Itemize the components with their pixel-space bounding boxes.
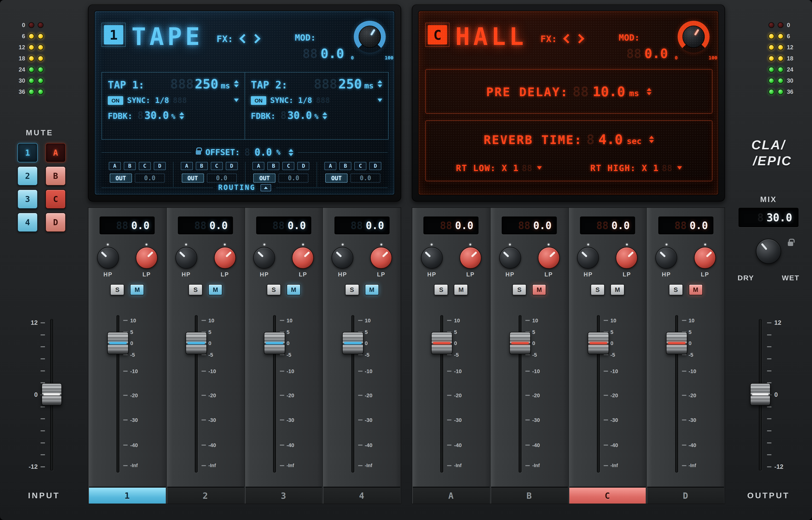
mute-button[interactable]: M (365, 284, 379, 295)
route-target-a[interactable]: A (181, 162, 192, 170)
tap2-fdbk-value[interactable]: 30.0 (288, 110, 312, 121)
mix-lock-icon[interactable] (788, 242, 793, 246)
channel-tab-c[interactable]: C (569, 487, 646, 503)
mod-value[interactable]: 0.0 (320, 46, 344, 61)
mod-knob-dial[interactable] (682, 26, 705, 48)
mod-knob[interactable]: 0 100 (347, 21, 392, 63)
tap1-time-value[interactable]: 250 (195, 76, 218, 92)
tap1-time-stepper[interactable] (234, 80, 239, 87)
hp-filter-knob[interactable] (655, 247, 677, 269)
channel-fader-handle[interactable] (509, 332, 531, 354)
lp-filter-knob[interactable] (460, 247, 481, 269)
route-target-d[interactable]: D (369, 162, 381, 170)
lp-filter-knob[interactable] (292, 247, 314, 269)
solo-button[interactable]: S (188, 284, 203, 295)
lp-filter-knob[interactable] (214, 247, 236, 269)
solo-button[interactable]: S (669, 284, 683, 295)
route-target-a[interactable]: A (324, 162, 336, 170)
channel-fader-handle[interactable] (186, 332, 207, 354)
mute-button-d[interactable]: D (46, 213, 66, 232)
channel-level-display[interactable]: 88 0.0 (580, 216, 635, 234)
route-target-d[interactable]: D (226, 162, 238, 170)
mute-button-1[interactable]: 1 (18, 143, 38, 162)
mute-button[interactable]: M (688, 284, 703, 295)
mute-button-c[interactable]: C (46, 189, 66, 209)
route-target-c[interactable]: C (354, 162, 366, 170)
tap2-sync-label[interactable]: SYNC: 1/8 (270, 96, 312, 105)
hp-filter-knob[interactable] (97, 247, 119, 269)
out-button[interactable]: OUT (325, 174, 347, 183)
channel-fader-handle[interactable] (108, 332, 129, 354)
reverb-letter-badge[interactable]: C (428, 25, 447, 45)
mute-button[interactable]: M (532, 284, 546, 295)
channel-level-display[interactable]: 88 0.0 (178, 216, 233, 234)
offset-value[interactable]: 0.0 (255, 147, 272, 158)
routing-collapse-button[interactable] (260, 184, 271, 191)
route-target-a[interactable]: A (109, 162, 121, 170)
route-target-b[interactable]: B (339, 162, 351, 170)
route-target-c[interactable]: C (210, 162, 222, 170)
channel-level-value[interactable]: 0.0 (209, 219, 228, 231)
channel-fader-handle[interactable] (431, 332, 453, 354)
tap2-sync-dropdown-icon[interactable] (377, 99, 382, 102)
mute-button-a[interactable]: A (46, 143, 66, 162)
solo-button[interactable]: S (434, 284, 448, 295)
out-button[interactable]: OUT (182, 174, 204, 183)
mute-button-3[interactable]: 3 (18, 189, 38, 209)
reverb-time-value[interactable]: 4.0 (598, 131, 623, 148)
mute-button[interactable]: M (287, 284, 300, 295)
mix-value[interactable]: 30.0 (766, 211, 792, 224)
channel-tab-3[interactable]: 3 (245, 487, 322, 503)
fx-prev-icon[interactable] (239, 33, 247, 44)
tap1-fdbk-value[interactable]: 30.0 (145, 110, 169, 121)
channel-fader-handle[interactable] (264, 332, 285, 354)
dry-wet-knob[interactable] (756, 239, 781, 264)
hp-filter-knob[interactable] (175, 247, 197, 269)
pre-delay-value[interactable]: 10.0 (593, 83, 625, 99)
channel-level-display[interactable]: 88 0.0 (502, 216, 557, 234)
out-level-value[interactable]: 0.0 (350, 174, 381, 183)
mod-value[interactable]: 0.0 (644, 46, 668, 61)
tap1-fdbk-stepper[interactable] (179, 112, 184, 119)
channel-level-value[interactable]: 0.0 (533, 219, 551, 231)
input-fader-handle[interactable] (42, 383, 62, 406)
mod-knob-dial[interactable] (359, 26, 381, 48)
channel-level-display[interactable]: 88 0.0 (256, 216, 311, 234)
channel-level-value[interactable]: 0.0 (131, 219, 150, 231)
rt-low-dropdown-icon[interactable] (537, 166, 542, 170)
out-button[interactable]: OUT (254, 174, 276, 183)
route-target-a[interactable]: A (253, 162, 265, 170)
rt-high-dropdown-icon[interactable] (677, 166, 682, 170)
channel-level-value[interactable]: 0.0 (455, 219, 473, 231)
rt-high-control[interactable]: RT HIGH: X 1 88 (590, 163, 682, 173)
solo-button[interactable]: S (345, 284, 359, 295)
tap2-sync-on-button[interactable]: ON (251, 96, 266, 105)
channel-fader-handle[interactable] (588, 332, 609, 354)
mute-button-b[interactable]: B (46, 166, 66, 186)
pre-delay-stepper[interactable] (647, 88, 652, 95)
channel-level-display[interactable]: 88 0.0 (334, 216, 389, 234)
channel-tab-2[interactable]: 2 (167, 487, 244, 503)
out-level-value[interactable]: 0.0 (279, 174, 309, 183)
tap1-sync-on-button[interactable]: ON (108, 96, 123, 105)
mod-value-display[interactable]: 88 0.0 (601, 46, 668, 61)
route-target-c[interactable]: C (139, 162, 151, 170)
lp-filter-knob[interactable] (694, 247, 716, 269)
hp-filter-knob[interactable] (332, 247, 353, 269)
out-button[interactable]: OUT (110, 174, 132, 183)
fx-prev-icon[interactable] (563, 33, 571, 44)
out-level-value[interactable]: 0.0 (207, 174, 237, 183)
rt-low-control[interactable]: RT LOW: X 1 88 (456, 163, 542, 173)
channel-fader-handle[interactable] (342, 332, 363, 354)
tap2-time-stepper[interactable] (377, 80, 382, 87)
mute-button[interactable]: M (610, 284, 625, 295)
fx-next-icon[interactable] (253, 33, 260, 44)
tap1-sync-dropdown-icon[interactable] (234, 99, 239, 102)
hp-filter-knob[interactable] (577, 247, 599, 269)
out-level-value[interactable]: 0.0 (135, 174, 165, 183)
lp-filter-knob[interactable] (370, 247, 392, 269)
mute-button-4[interactable]: 4 (18, 213, 38, 232)
mute-button-2[interactable]: 2 (18, 166, 38, 186)
route-target-d[interactable]: D (154, 162, 166, 170)
channel-level-value[interactable]: 0.0 (366, 219, 384, 231)
